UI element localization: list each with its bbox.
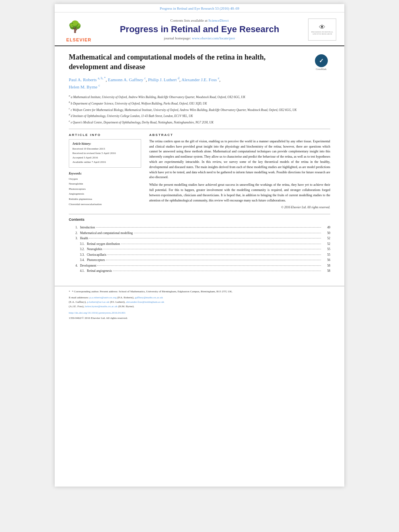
author-byrne[interactable]: Helen M. Byrne [69, 84, 97, 89]
contents-row-3-4: 3.4. Photoreceptors 56 [69, 257, 330, 263]
contents-label-3-4: Photoreceptors 56 [87, 257, 330, 263]
affiliation-e: e e Queen's Medical Centre, Department o… [69, 119, 330, 125]
contents-page-4-1: 58 [322, 268, 330, 274]
two-column-layout: ARTICLE INFO Article history: Received 1… [69, 133, 330, 210]
journal-reference: Progress in Retinal and Eye Research 53 … [55, 4, 344, 12]
journal-header: 🌳 ELSEVIER Contents lists available at S… [55, 12, 344, 46]
dots-3 [89, 238, 321, 238]
revised-date: Received in revised form 5 April 2016 [72, 151, 138, 156]
contents-text-3-3: Choriocapillaris [87, 252, 106, 258]
dots-3-4 [106, 260, 321, 260]
sciencedirect-anchor[interactable]: ScienceDirect [208, 18, 228, 23]
affiliations: a a Mathematical Institute, University o… [69, 94, 330, 125]
dots-3-1 [121, 244, 321, 244]
contents-text-4-1: Retinal angiogenesis [87, 268, 112, 274]
contents-page-3-3: 55 [322, 252, 330, 258]
contents-num-1: 1. [69, 225, 80, 230]
contents-num-3-4: 3.4. [69, 257, 87, 263]
contents-label-1: Introduction 49 [80, 225, 330, 230]
contents-page-4: 58 [322, 263, 330, 269]
email-luthert[interactable]: p.luthert@ucl.ac.uk [87, 300, 109, 304]
abstract-column: ABSTRACT The retina confers upon us the … [149, 133, 330, 210]
contents-label-4-1: Retinal angiogenesis 58 [87, 268, 330, 274]
contents-label-2: Mathematical and computational modelling… [80, 230, 330, 236]
keyword-neuroglobin: Neuroglobin [69, 181, 141, 187]
footer-area: * * Corresponding author. Present addres… [55, 286, 344, 325]
dots-4 [97, 265, 321, 266]
contents-label-4: Development 58 [80, 263, 330, 269]
contents-text-3-4: Photoreceptors [87, 257, 105, 263]
header-center: Contents lists available at ScienceDirec… [95, 18, 304, 40]
contents-num-3-1: 3.1. [69, 241, 87, 247]
article-history-box: Article history: Received 19 December 20… [69, 139, 141, 168]
contents-row-1: 1. Introduction 49 [69, 225, 330, 230]
email-gaffney[interactable]: gaffney@maths.ox.ac.uk [135, 296, 163, 299]
contents-num-3: 3. [69, 236, 80, 241]
contents-row-3: 3. Health 52 [69, 236, 330, 241]
contents-row-4: 4. Development 58 [69, 263, 330, 269]
keyword-choroidal: Choroidal neovascularisation [69, 202, 141, 207]
title-area: Mathematical and computational models of… [69, 52, 330, 72]
footer-email-area: E-mail addresses: p.a.roberts@univ.ox.or… [69, 296, 330, 309]
contents-text-2: Mathematical and computational modelling [80, 230, 133, 236]
contents-title: Contents [69, 218, 330, 222]
keywords-list: Oxygen Neuroglobin Photoreceptors Angiog… [69, 177, 141, 207]
contents-page-1: 49 [322, 225, 330, 230]
contents-text-3-1: Retinal oxygen distribution [87, 241, 120, 247]
homepage-anchor[interactable]: www.elsevier.com/locate/prer [192, 36, 235, 40]
affiliation-c: c c Wolfson Centre for Mathematical Biol… [69, 107, 330, 112]
contents-row-3-3: 3.3. Choriocapillaris 55 [69, 252, 330, 258]
article-info-label: ARTICLE INFO [69, 133, 141, 137]
contents-label-3-1: Retinal oxygen distribution 52 [87, 241, 330, 247]
abstract-label: ABSTRACT [149, 133, 330, 137]
received-date: Received 19 December 2015 [72, 147, 138, 151]
abstract-paragraph-1: The retina confers upon us the gift of v… [149, 139, 330, 180]
keyword-photoreceptors: Photoreceptors [69, 187, 141, 192]
contents-page-3-1: 52 [322, 241, 330, 247]
accepted-date: Accepted 5 April 2016 [72, 156, 138, 160]
dots-3-2 [103, 249, 321, 249]
contents-page-2: 50 [322, 230, 330, 236]
contents-num-4-1: 4.1. [69, 268, 87, 274]
footer-corresponding-note: * * Corresponding author. Present addres… [69, 290, 330, 294]
email-foss[interactable]: alexander.foss@nottingham.ac.uk [126, 300, 164, 304]
keyword-retinitis: Retinitis pigmentosa [69, 197, 141, 202]
contents-page-3-2: 55 [322, 246, 330, 252]
footer-star: * [69, 290, 70, 294]
contents-page-3-4: 56 [322, 257, 330, 263]
elsevier-tree-icon: 🌳 [63, 16, 87, 37]
dots-1 [96, 227, 321, 228]
sciencedirect-link: Contents lists available at ScienceDirec… [95, 18, 304, 23]
article-history-title: Article history: [72, 142, 138, 146]
email-roberts[interactable]: p.a.roberts@univ.ox.org [89, 296, 117, 299]
contents-row-3-1: 3.1. Retinal oxygen distribution 52 [69, 241, 330, 247]
elsevier-brand-text: ELSEVIER [63, 37, 95, 42]
crossmark-text: CrossMark [316, 68, 327, 70]
affiliation-b: b b Department of Computer Science, Univ… [69, 100, 330, 106]
author-roberts[interactable]: Paul A. Roberts [69, 77, 97, 82]
author-foss[interactable]: Alexander J.E. Foss [181, 77, 217, 82]
footer-email-label: E-mail addresses: [69, 296, 89, 299]
doi-link[interactable]: http://dx.doi.org/10.1016/j.preteyeres.2… [69, 311, 125, 314]
divider-1 [69, 129, 330, 129]
footer-corresponding-text: * Corresponding author. Present address:… [72, 290, 233, 294]
main-content: Mathematical and computational models of… [55, 46, 344, 278]
journal-logo-box: 👁 PROGRESS IN RETINALAND EYE RESEARCH [308, 18, 336, 41]
journal-logo-right: 👁 PROGRESS IN RETINALAND EYE RESEARCH [304, 18, 336, 41]
author-gaffney[interactable]: Eamonn A. Gaffney [108, 77, 143, 82]
author-luthert[interactable]: Philip J. Luthert [148, 77, 177, 82]
email-byrne[interactable]: helen.hyme@maths.ox.ac.uk [85, 305, 117, 308]
article-info-column: ARTICLE INFO Article history: Received 1… [69, 133, 141, 210]
contents-text-4: Development [80, 263, 96, 269]
footer-doi: http://dx.doi.org/10.1016/j.preteyeres.2… [69, 311, 330, 315]
contents-label-3: Health 52 [80, 236, 330, 241]
contents-label-3-3: Choriocapillaris 55 [87, 252, 330, 258]
homepage-link: journal homepage: www.elsevier.com/locat… [95, 36, 304, 40]
contents-text-1: Introduction [80, 225, 95, 230]
authors-line: Paul A. Roberts a, b, *, Eamonn A. Gaffn… [69, 76, 330, 91]
copyright-line: © 2016 Elsevier Ltd. All rights reserved… [149, 205, 330, 209]
crossmark-icon: ✓ [315, 54, 328, 67]
contents-text-3: Health [80, 236, 88, 241]
keyword-angiogenesis: Angiogenesis [69, 191, 141, 197]
contents-num-3-3: 3.3. [69, 252, 87, 258]
